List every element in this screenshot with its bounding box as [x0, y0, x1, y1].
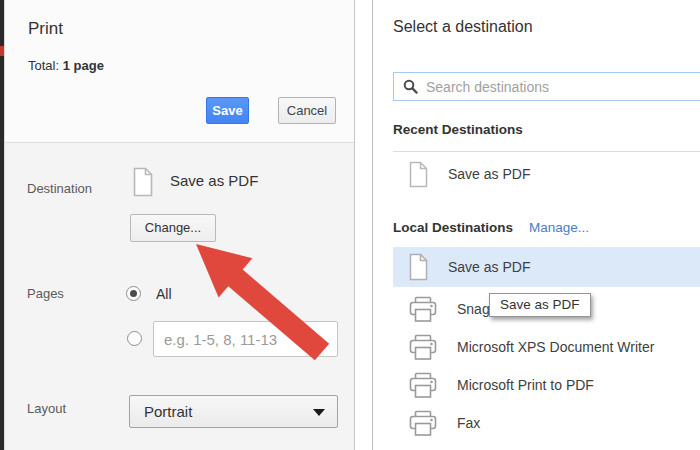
pages-label: Pages	[27, 286, 64, 301]
destination-row-fax[interactable]: Fax	[393, 405, 700, 441]
total-pages-line: Total: 1 page	[28, 58, 104, 73]
destination-row-print-to-pdf[interactable]: Microsoft Print to PDF	[393, 367, 700, 403]
search-icon	[403, 79, 418, 94]
page-icon	[133, 167, 153, 197]
manage-link[interactable]: Manage...	[529, 220, 589, 235]
pages-all-radio[interactable]	[126, 286, 141, 301]
save-as-pdf-tooltip: Save as PDF	[489, 293, 591, 317]
print-dialog-screenshot: Print Total: 1 page Save Cancel Destinat…	[0, 0, 700, 450]
printer-icon	[409, 334, 437, 361]
pages-range-input[interactable]	[153, 321, 338, 357]
search-destinations-box[interactable]	[393, 72, 700, 101]
total-label: Total:	[28, 58, 59, 73]
destination-name: Save as PDF	[448, 166, 530, 182]
destination-name: Fax	[457, 415, 480, 431]
layout-dropdown[interactable]: Portrait	[129, 395, 338, 428]
change-destination-button[interactable]: Change...	[130, 214, 216, 242]
destination-name: Microsoft XPS Document Writer	[457, 339, 654, 355]
printer-icon	[409, 372, 437, 399]
page-icon	[409, 253, 428, 281]
destination-name: Microsoft Print to PDF	[457, 377, 594, 393]
destination-row-xps-writer[interactable]: Microsoft XPS Document Writer	[393, 329, 700, 365]
cancel-button[interactable]: Cancel	[278, 97, 336, 124]
save-button[interactable]: Save	[206, 97, 249, 124]
select-destination-panel: Select a destination Recent Destinations…	[372, 0, 700, 450]
select-destination-title: Select a destination	[393, 18, 533, 36]
total-value: 1 page	[63, 58, 104, 73]
destination-row-save-as-pdf[interactable]: Save as PDF	[393, 247, 700, 287]
recent-destination-save-as-pdf[interactable]: Save as PDF	[393, 157, 700, 191]
print-settings-panel: Print Total: 1 page Save Cancel Destinat…	[4, 0, 355, 450]
search-destinations-input[interactable]	[426, 74, 700, 99]
destination-name: Save as PDF	[448, 259, 530, 275]
divider	[393, 151, 700, 152]
print-header-section: Print Total: 1 page Save Cancel	[5, 0, 354, 143]
page-icon	[409, 161, 428, 188]
dialog-title: Print	[28, 19, 63, 39]
printer-icon	[409, 296, 437, 323]
destination-value: Save as PDF	[170, 172, 258, 189]
caret-down-icon	[313, 409, 325, 416]
pages-range-radio[interactable]	[127, 331, 142, 346]
layout-label: Layout	[27, 401, 66, 416]
pages-all-label: All	[156, 286, 172, 302]
layout-dropdown-value: Portrait	[144, 403, 192, 420]
destination-label: Destination	[27, 181, 92, 196]
recent-destinations-heading: Recent Destinations	[393, 122, 523, 137]
local-destinations-heading: Local Destinations	[393, 220, 513, 235]
printer-icon	[409, 410, 437, 437]
